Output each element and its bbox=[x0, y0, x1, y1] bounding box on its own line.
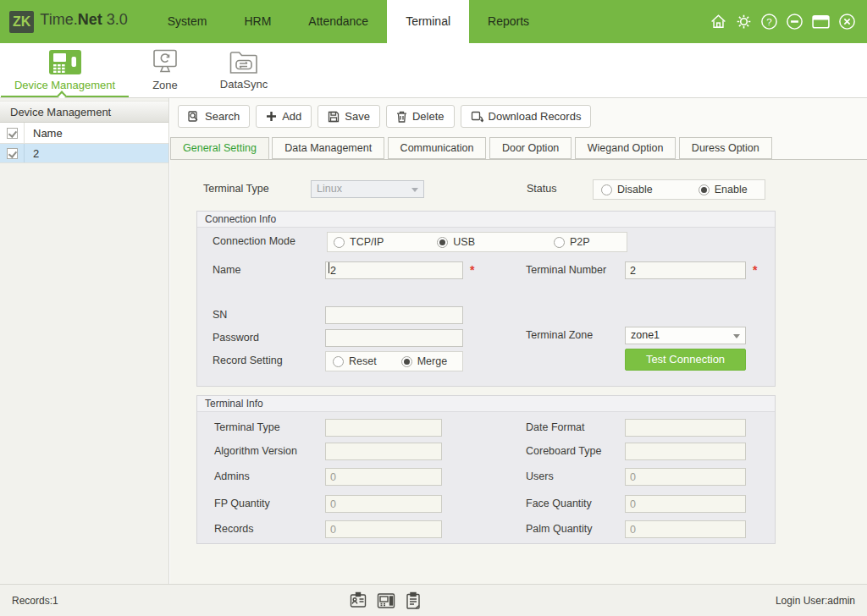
record-setting-radio-group: Reset Merge bbox=[325, 351, 463, 371]
tcpip-radio[interactable] bbox=[334, 237, 345, 248]
merge-radio[interactable] bbox=[401, 356, 412, 367]
download-records-label: Download Records bbox=[489, 110, 582, 123]
add-button-label: Add bbox=[282, 110, 301, 123]
menu-terminal[interactable]: Terminal bbox=[387, 0, 469, 43]
device-row[interactable]: 2 bbox=[0, 144, 168, 163]
terminal-number-label: Terminal Number bbox=[526, 261, 606, 279]
save-button[interactable]: Save bbox=[318, 105, 380, 128]
p2p-radio[interactable] bbox=[554, 237, 565, 248]
select-all-cell bbox=[0, 123, 25, 143]
connection-mode-radio-group: TCP/IP USB P2P bbox=[327, 232, 627, 252]
ti-coreboard-type-label: Coreboard Type bbox=[526, 443, 601, 460]
enable-radio[interactable] bbox=[699, 184, 710, 195]
tab-communication[interactable]: Communication bbox=[388, 137, 487, 159]
terminal-type-select[interactable]: Linux bbox=[311, 180, 424, 198]
menu-reports[interactable]: Reports bbox=[469, 0, 548, 43]
search-button[interactable]: Search bbox=[178, 105, 250, 128]
device-list-title: Device Management bbox=[0, 101, 168, 123]
sn-label: SN bbox=[213, 306, 227, 324]
ribbon-device-management-label: Device Management bbox=[14, 79, 115, 91]
svg-text:?: ? bbox=[766, 17, 771, 27]
status-bar: Records:1 Login User:admin bbox=[0, 584, 867, 616]
tab-general-setting[interactable]: General Setting bbox=[170, 137, 269, 160]
window-controls: ? bbox=[710, 13, 856, 30]
ribbon-item-datasync[interactable]: DataSync bbox=[204, 43, 284, 97]
select-all-checkbox[interactable] bbox=[7, 128, 18, 139]
download-records-button[interactable]: Download Records bbox=[461, 105, 592, 128]
device-list-panel: Device Management Name 2 bbox=[0, 98, 169, 584]
test-connection-button[interactable]: Test Connection bbox=[625, 349, 746, 371]
main-menu: System HRM Attendance Terminal Reports bbox=[149, 0, 548, 43]
device-row-checkbox[interactable] bbox=[7, 148, 18, 159]
ribbon-datasync-label: DataSync bbox=[220, 78, 268, 91]
ti-admins-value bbox=[325, 468, 442, 486]
chevron-down-icon bbox=[733, 334, 740, 338]
record-merge-option[interactable]: Merge bbox=[401, 355, 447, 367]
save-button-label: Save bbox=[345, 110, 370, 123]
name-input[interactable] bbox=[325, 261, 463, 279]
record-reset-option[interactable]: Reset bbox=[333, 355, 377, 367]
ti-fp-quantity-label: FP Quantity bbox=[214, 495, 270, 513]
terminal-number-input[interactable] bbox=[625, 261, 746, 279]
ribbon-item-device-management[interactable]: Device Management bbox=[0, 43, 130, 97]
active-ribbon-underline bbox=[1, 96, 129, 97]
terminal-info-title: Terminal Info bbox=[197, 396, 775, 412]
status-disable-option[interactable]: Disable bbox=[601, 184, 653, 195]
gear-icon[interactable] bbox=[735, 13, 753, 30]
password-label: Password bbox=[213, 329, 259, 347]
tab-data-management[interactable]: Data Management bbox=[272, 137, 384, 159]
terminal-info-groupbox: Terminal Info Terminal Type Date Format … bbox=[196, 395, 776, 544]
password-input[interactable] bbox=[325, 329, 463, 347]
ti-records-label: Records bbox=[214, 520, 254, 538]
mode-tcpip-option[interactable]: TCP/IP bbox=[334, 236, 384, 248]
connection-mode-label: Connection Mode bbox=[213, 233, 295, 250]
terminal-number-required-mark: * bbox=[753, 261, 757, 279]
terminal-zone-select[interactable]: zone1 bbox=[625, 327, 746, 344]
p2p-radio-label: P2P bbox=[570, 236, 590, 248]
tcpip-radio-label: TCP/IP bbox=[350, 236, 384, 248]
ribbon-zone-label: Zone bbox=[152, 79, 178, 91]
device-list-header-row: Name bbox=[0, 123, 168, 144]
terminal-device-icon[interactable] bbox=[377, 591, 395, 610]
tab-wiegand-option[interactable]: Wiegand Option bbox=[575, 137, 676, 159]
menu-hrm[interactable]: HRM bbox=[225, 0, 290, 43]
app-logo: ZK Time. Net 3.0 bbox=[9, 11, 128, 33]
menu-attendance[interactable]: Attendance bbox=[290, 0, 387, 43]
menu-system[interactable]: System bbox=[149, 0, 226, 43]
enable-radio-label: Enable bbox=[715, 184, 748, 195]
terminal-type-label: Terminal Type bbox=[203, 180, 269, 198]
status-enable-option[interactable]: Enable bbox=[699, 184, 748, 195]
clipboard-icon[interactable] bbox=[406, 591, 421, 610]
ribbon-item-zone[interactable]: Zone bbox=[135, 43, 196, 97]
usb-radio[interactable] bbox=[437, 237, 448, 248]
terminal-ribbon: Device Management Zone DataSync bbox=[0, 43, 867, 98]
tab-duress-option[interactable]: Duress Option bbox=[679, 137, 772, 159]
zktime-app-window: ZK Time. Net 3.0 System HRM Attendance T… bbox=[0, 0, 867, 616]
connection-info-groupbox: Connection Info Connection Mode TCP/IP U… bbox=[196, 211, 776, 387]
close-icon[interactable] bbox=[838, 13, 856, 30]
sn-input[interactable] bbox=[325, 306, 463, 324]
ti-users-value bbox=[625, 468, 746, 486]
delete-button-label: Delete bbox=[412, 110, 445, 123]
id-badge-icon[interactable] bbox=[350, 591, 367, 610]
action-toolbar: Search Add Save Delete bbox=[178, 105, 591, 128]
plus-icon bbox=[266, 111, 277, 122]
disable-radio[interactable] bbox=[601, 184, 612, 195]
help-icon[interactable]: ? bbox=[760, 13, 778, 30]
minimize-icon[interactable] bbox=[786, 13, 803, 30]
text-cursor bbox=[329, 262, 329, 273]
ti-date-format-label: Date Format bbox=[526, 419, 584, 437]
ti-algorithm-version-value bbox=[325, 443, 442, 460]
mode-p2p-option[interactable]: P2P bbox=[554, 236, 590, 248]
add-button[interactable]: Add bbox=[256, 105, 312, 128]
maximize-icon[interactable] bbox=[811, 13, 831, 30]
mode-usb-option[interactable]: USB bbox=[437, 236, 475, 248]
datasync-folder-icon bbox=[229, 50, 259, 74]
zk-logo-icon: ZK bbox=[9, 11, 34, 33]
reset-radio[interactable] bbox=[333, 356, 344, 367]
terminal-zone-value: zone1 bbox=[631, 329, 660, 341]
delete-button[interactable]: Delete bbox=[386, 105, 455, 128]
home-icon[interactable] bbox=[710, 13, 727, 30]
zone-monitor-icon bbox=[151, 49, 179, 75]
tab-door-option[interactable]: Door Option bbox=[489, 137, 572, 159]
